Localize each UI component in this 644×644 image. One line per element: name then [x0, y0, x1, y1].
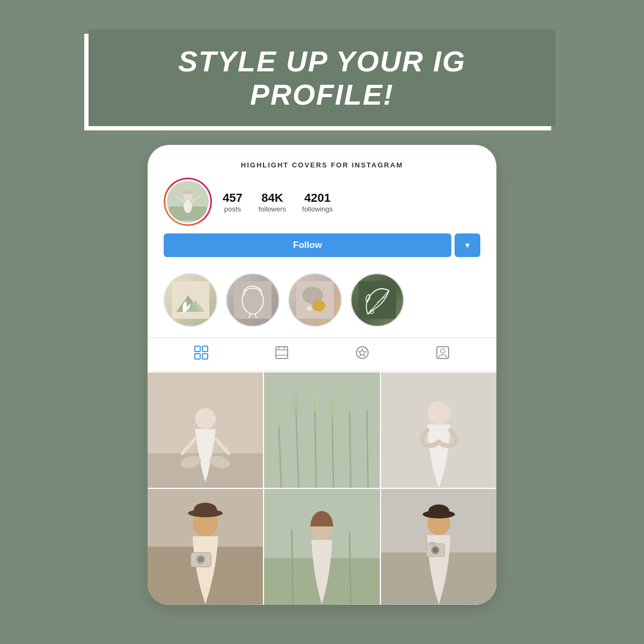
svg-point-36: [195, 408, 216, 429]
followers-count: 84K: [261, 191, 283, 205]
svg-line-46: [350, 404, 351, 488]
avatar: [165, 179, 210, 224]
svg-rect-4: [185, 191, 191, 194]
highlights-row: [161, 268, 483, 338]
photo-grid: [148, 372, 496, 605]
tab-grid-icon[interactable]: [194, 346, 208, 363]
svg-point-62: [198, 557, 204, 562]
svg-point-18: [307, 306, 312, 311]
followings-label: followings: [302, 205, 333, 213]
grid-photo-1: [148, 372, 263, 488]
svg-point-76: [433, 548, 438, 553]
svg-rect-23: [195, 354, 200, 359]
svg-point-49: [292, 394, 299, 415]
phone-mockup: HIGHLIGHT COVERS FOR INSTAGRAM: [148, 145, 496, 605]
svg-marker-31: [358, 349, 367, 356]
svg-point-51: [329, 400, 336, 421]
profile-row: 457 posts 84K followers 4201 followings: [161, 178, 483, 226]
svg-point-50: [310, 386, 319, 411]
posts-label: posts: [224, 205, 241, 213]
grid-photo-5: [264, 489, 379, 604]
highlight-4-icon: [358, 281, 396, 319]
tab-star-icon[interactable]: [355, 346, 369, 363]
highlight-1-icon: [172, 281, 209, 319]
svg-rect-19: [358, 281, 396, 319]
posts-count: 457: [223, 191, 243, 205]
followers-label: followers: [259, 205, 286, 213]
header-banner: STYLE UP YOUR IG PROFILE!: [89, 30, 555, 126]
highlight-4[interactable]: [350, 273, 404, 327]
svg-rect-12: [234, 281, 272, 319]
tab-bar: [148, 338, 496, 371]
grid-photo-4: [148, 489, 263, 604]
grid-photo-2: [264, 372, 379, 488]
svg-point-59: [194, 503, 217, 517]
followings-count: 4201: [304, 191, 331, 205]
svg-point-48: [274, 404, 283, 427]
stat-posts: 457 posts: [223, 191, 243, 213]
dropdown-icon: ▼: [464, 241, 471, 250]
highlight-3-icon: [296, 281, 334, 319]
svg-point-52: [345, 390, 354, 413]
follow-row: Follow ▼: [161, 233, 483, 257]
svg-point-17: [312, 300, 326, 311]
highlight-2[interactable]: [226, 273, 280, 327]
dropdown-button[interactable]: ▼: [455, 233, 480, 257]
svg-point-73: [428, 504, 449, 517]
highlight-1[interactable]: [164, 273, 217, 327]
svg-rect-22: [202, 346, 208, 352]
svg-point-33: [441, 349, 445, 353]
avatar-image: [169, 183, 207, 221]
highlight-2-icon: [234, 281, 272, 319]
follow-button[interactable]: Follow: [164, 233, 451, 257]
svg-point-54: [427, 401, 450, 425]
avatar-ring: [164, 178, 212, 226]
tab-person-icon[interactable]: [436, 346, 450, 363]
grid-photo-6: [381, 489, 496, 604]
stat-followings: 4201 followings: [302, 191, 333, 213]
grid-photo-3: [381, 372, 496, 488]
svg-rect-25: [276, 347, 288, 358]
svg-line-44: [315, 401, 316, 488]
stat-followers: 84K followers: [259, 191, 286, 213]
banner-title: STYLE UP YOUR IG PROFILE!: [110, 45, 534, 111]
highlight-3[interactable]: [288, 273, 342, 327]
tab-reels-icon[interactable]: [275, 346, 289, 363]
svg-rect-24: [202, 354, 208, 359]
svg-point-7: [184, 200, 192, 214]
svg-rect-77: [429, 542, 435, 545]
svg-rect-21: [195, 346, 200, 352]
ig-subtitle: HIGHLIGHT COVERS FOR INSTAGRAM: [161, 161, 483, 169]
stats-row: 457 posts 84K followers 4201 followings: [223, 191, 480, 213]
